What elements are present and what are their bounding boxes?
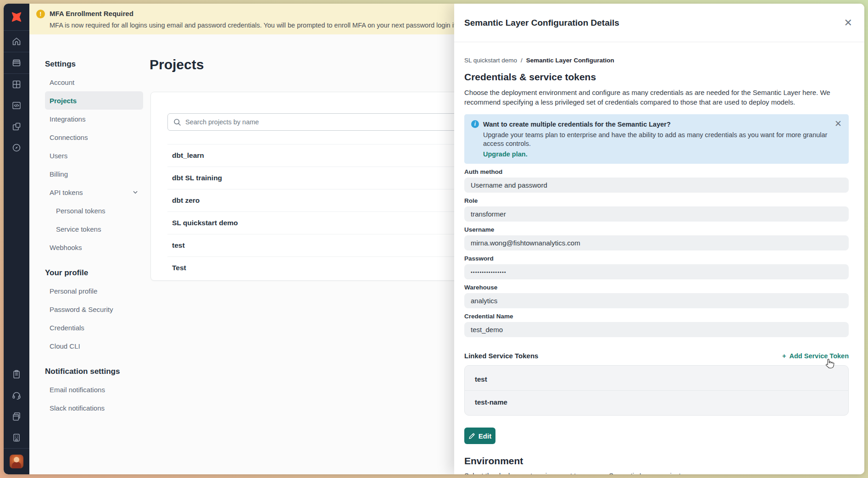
app-window: ! MFA Enrollment Required MFA is now req… xyxy=(4,4,864,474)
nav-item-integrations[interactable]: Integrations xyxy=(45,110,143,128)
pencil-icon xyxy=(468,433,475,439)
nav-item-email-notifications[interactable]: Email notifications xyxy=(45,380,143,399)
chevron-down-icon xyxy=(132,189,139,195)
dbt-logo-icon xyxy=(10,10,23,24)
home-icon xyxy=(11,36,22,46)
info-title: Want to create multiple credentials for … xyxy=(483,121,671,128)
token-row[interactable]: test xyxy=(465,368,848,390)
environment-description: Select the deployment environment to run… xyxy=(464,472,849,474)
user-avatar[interactable] xyxy=(4,449,29,474)
banner-body: MFA is now required for all logins using… xyxy=(50,21,502,30)
token-list: test test-name xyxy=(464,365,849,416)
tokens-heading: Linked Service Tokens xyxy=(464,352,538,360)
nav-item-personal-tokens[interactable]: Personal tokens xyxy=(45,201,143,220)
clipboard-icon xyxy=(11,369,22,379)
nav-item-slack-notifications[interactable]: Slack notifications xyxy=(45,399,143,417)
nav-home[interactable] xyxy=(4,31,29,52)
info-body: Upgrade your teams plan to enterprise an… xyxy=(483,131,841,148)
nav-item-account[interactable]: Account xyxy=(45,73,143,91)
nav-orchestration[interactable] xyxy=(4,116,29,137)
drawer-header: Semantic Layer Configuration Details ✕ xyxy=(454,4,864,42)
drawer-body: SL quickstart demo / Semantic Layer Conf… xyxy=(464,42,849,474)
breadcrumb-separator: / xyxy=(521,57,523,64)
dbt-logo[interactable] xyxy=(4,4,29,30)
nav-item-api-tokens[interactable]: API tokens xyxy=(45,183,143,201)
nav-organization[interactable] xyxy=(4,427,29,448)
credential-name-value[interactable]: test_demo xyxy=(464,322,849,337)
nav-develop[interactable] xyxy=(4,95,29,116)
credentials-description: Choose the deployment environment and co… xyxy=(464,88,849,107)
field-credential-name: Credential Name test_demo xyxy=(464,313,849,337)
nav-item-users[interactable]: Users xyxy=(45,146,143,165)
develop-code-icon xyxy=(11,100,22,111)
token-row[interactable]: test-name xyxy=(465,390,848,413)
password-value[interactable]: •••••••••••••••• xyxy=(464,264,849,279)
edit-button[interactable]: Edit xyxy=(464,428,495,444)
credentials-heading: Credentials & service tokens xyxy=(464,72,849,83)
avatar xyxy=(10,455,23,468)
info-icon: i xyxy=(471,120,479,128)
field-warehouse: Warehouse analytics xyxy=(464,284,849,308)
page-title: Projects xyxy=(150,57,204,72)
field-auth-method: Auth method Username and password xyxy=(464,168,849,193)
nav-item-webhooks[interactable]: Webhooks xyxy=(45,238,143,256)
field-password: Password •••••••••••••••• xyxy=(464,255,849,279)
warning-icon: ! xyxy=(36,10,45,18)
nav-item-password-security[interactable]: Password & Security xyxy=(45,300,143,318)
nav-item-billing[interactable]: Billing xyxy=(45,165,143,183)
search-icon xyxy=(173,118,181,126)
deploy-stack-icon xyxy=(11,58,22,68)
nav-item-credentials[interactable]: Credentials xyxy=(45,318,143,337)
nav-explore[interactable] xyxy=(4,137,29,158)
semantic-layer-drawer: Semantic Layer Configuration Details ✕ S… xyxy=(454,4,864,474)
warehouse-value[interactable]: analytics xyxy=(464,293,849,308)
breadcrumb-parent[interactable]: SL quickstart demo xyxy=(464,57,517,64)
environment-heading: Environment xyxy=(464,456,849,467)
docs-icon xyxy=(11,411,22,422)
plus-icon: + xyxy=(782,352,786,360)
nav-support[interactable] xyxy=(4,385,29,406)
profile-heading: Your profile xyxy=(45,268,143,278)
apps-grid-icon xyxy=(11,79,22,89)
nav-deploy[interactable] xyxy=(4,52,29,73)
nav-item-projects[interactable]: Projects xyxy=(45,91,143,110)
settings-nav: Settings Account Projects Integrations C… xyxy=(45,60,143,417)
nav-item-personal-profile[interactable]: Personal profile xyxy=(45,282,143,300)
banner-title: MFA Enrollment Required xyxy=(50,9,502,18)
field-role: Role transformer xyxy=(464,197,849,222)
drawer-title: Semantic Layer Configuration Details xyxy=(464,18,844,28)
linked-windows-icon xyxy=(11,122,22,132)
nav-item-service-tokens[interactable]: Service tokens xyxy=(45,220,143,238)
nav-item-connections[interactable]: Connections xyxy=(45,128,143,146)
upgrade-plan-link[interactable]: Upgrade plan. xyxy=(483,150,841,158)
nav-notes[interactable] xyxy=(4,364,29,385)
notifications-heading: Notification settings xyxy=(45,367,143,376)
breadcrumb-current: Semantic Layer Configuration xyxy=(526,57,614,64)
linked-service-tokens-header: Linked Service Tokens + Add Service Toke… xyxy=(464,352,849,360)
nav-docs[interactable] xyxy=(4,406,29,427)
settings-heading: Settings xyxy=(45,60,143,69)
close-icon[interactable]: ✕ xyxy=(844,18,852,28)
building-icon xyxy=(11,433,22,443)
field-username: Username mirna.wong@fishtownanalytics.co… xyxy=(464,226,849,250)
breadcrumb: SL quickstart demo / Semantic Layer Conf… xyxy=(464,57,849,64)
headset-icon xyxy=(11,390,22,400)
compass-icon xyxy=(11,143,22,153)
nav-item-cloud-cli[interactable]: Cloud CLI xyxy=(45,337,143,355)
info-close-icon[interactable]: ✕ xyxy=(835,119,842,128)
auth-method-value[interactable]: Username and password xyxy=(464,178,849,193)
upgrade-info-banner: i Want to create multiple credentials fo… xyxy=(464,114,849,164)
left-icon-rail xyxy=(4,4,29,474)
nav-apps[interactable] xyxy=(4,74,29,95)
add-service-token-button[interactable]: + Add Service Token xyxy=(782,352,849,360)
role-value[interactable]: transformer xyxy=(464,206,849,222)
username-value[interactable]: mirna.wong@fishtownanalytics.com xyxy=(464,235,849,250)
